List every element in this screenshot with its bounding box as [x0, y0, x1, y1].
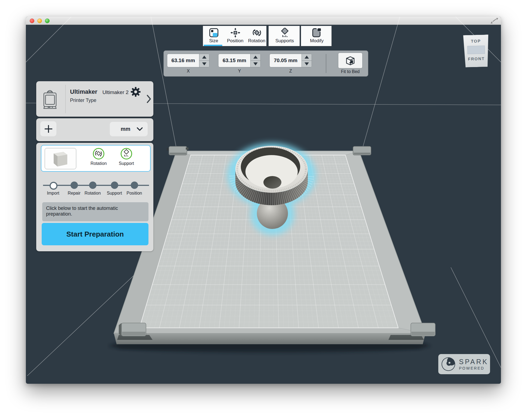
support-tool-icon [120, 148, 132, 160]
preparation-message: Click below to start the automatic prepa… [42, 202, 148, 221]
printer-card[interactable]: Ultimaker Ultimaker 2 Printer Type [36, 81, 153, 117]
step-label-support: Support [107, 191, 122, 196]
add-model-button[interactable] [40, 121, 56, 136]
position-icon [230, 28, 240, 38]
axis-z-label: Z [269, 69, 312, 74]
brand-tagline: POWERED [459, 366, 488, 370]
step-dot-support [111, 182, 118, 189]
fit-to-bed-button[interactable] [338, 53, 363, 68]
divider [65, 85, 66, 113]
size-z-decrement-button[interactable] [302, 61, 312, 67]
view-cube[interactable]: TOP FRONT [463, 35, 489, 67]
size-z-increment-button[interactable] [302, 54, 312, 61]
view-cube-top-face[interactable]: TOP [463, 38, 489, 44]
support-tool-label: Support [114, 161, 139, 166]
size-x-value[interactable]: 63.16 mm [167, 58, 199, 64]
model-selection-panel: Rotation Support [41, 145, 151, 172]
gear-icon[interactable] [130, 86, 141, 97]
size-x-stepper [199, 54, 209, 67]
up-arrow-icon [253, 56, 258, 59]
rotation-tool-icon [93, 148, 105, 160]
transform-tab-group: Size Position [202, 25, 267, 47]
clamp-top-left [167, 146, 188, 155]
printer-type-label: Printer Type [70, 98, 96, 103]
tab-modify[interactable]: Modify [301, 26, 333, 46]
tab-rotation[interactable]: Rotation [246, 26, 267, 46]
size-y-field[interactable]: 63.15 mm [218, 54, 261, 67]
size-z-field[interactable]: 70.05 mm [269, 54, 312, 67]
supports-icon [279, 28, 290, 38]
size-icon [209, 28, 219, 38]
units-selected-value: mm [121, 126, 137, 132]
divider [326, 54, 326, 73]
step-dot-position [131, 182, 138, 189]
axis-y-label: Y [218, 69, 261, 74]
up-arrow-icon [305, 56, 309, 59]
start-preparation-button[interactable]: Start Preparation [42, 223, 148, 245]
printer-brand: Ultimaker [70, 88, 97, 95]
brand-name: SPARK [459, 358, 488, 366]
down-arrow-icon [253, 62, 258, 65]
units-dropdown[interactable]: mm [110, 122, 148, 136]
size-x-field[interactable]: 63.16 mm [167, 54, 209, 67]
tab-size-label: Size [203, 38, 224, 44]
tab-rotation-label: Rotation [246, 38, 267, 44]
step-dot-rotation [89, 182, 96, 189]
tab-position[interactable]: Position [224, 26, 246, 46]
tab-modify-label: Modify [301, 38, 333, 44]
preparation-card: Rotation Support Import Repair Rota [36, 143, 153, 251]
plus-icon [44, 125, 53, 133]
support-tool-button[interactable]: Support [114, 148, 139, 166]
tab-supports-label: Supports [269, 38, 301, 44]
tab-size[interactable]: Size [203, 26, 224, 46]
size-z-value[interactable]: 70.05 mm [270, 58, 302, 64]
cube-thumbnail-icon [50, 150, 71, 168]
tab-position-label: Position [224, 38, 246, 44]
spark-powered-badge: SPARK POWERED [438, 354, 490, 374]
app-window: Size Position [26, 17, 501, 384]
chevron-down-icon [137, 127, 143, 131]
size-y-stepper [250, 54, 260, 67]
size-y-increment-button[interactable] [251, 54, 260, 61]
chevron-right-icon[interactable] [147, 95, 151, 103]
model-thumbnail[interactable] [45, 148, 76, 169]
step-label-rotation: Rotation [84, 191, 101, 196]
view-cube-front-face[interactable]: FRONT [463, 56, 489, 62]
size-y-decrement-button[interactable] [251, 61, 260, 67]
spark-logo-icon [440, 356, 456, 372]
up-arrow-icon [202, 56, 206, 59]
tab-supports[interactable]: Supports [269, 26, 301, 46]
step-dot-import [50, 182, 57, 190]
step-label-position: Position [127, 191, 142, 196]
rotation-tool-label: Rotation [86, 161, 111, 166]
fit-to-bed-label: Fit to Bed [330, 69, 371, 74]
dimension-bar: 63.16 mm X 63.15 mm Y 70.05 mm Z [163, 50, 368, 77]
step-label-import: Import [47, 191, 59, 196]
rotation-icon [252, 28, 262, 38]
step-label-repair: Repair [68, 191, 80, 196]
down-arrow-icon [202, 62, 206, 65]
size-y-value[interactable]: 63.15 mm [218, 58, 250, 64]
size-x-increment-button[interactable] [199, 54, 209, 61]
size-x-decrement-button[interactable] [199, 61, 209, 67]
view-cube-edge-face[interactable] [467, 46, 485, 54]
units-card: mm [36, 118, 153, 141]
clamp-top-right [353, 146, 372, 155]
axis-x-label: X [167, 69, 209, 74]
modify-tab-group: Modify [300, 25, 332, 47]
rotation-tool-button[interactable]: Rotation [86, 148, 111, 166]
active-tab-underline [204, 45, 222, 46]
step-dot-repair [71, 182, 78, 189]
supports-tab-group: Supports [268, 25, 300, 47]
modify-icon [312, 28, 322, 38]
printer-icon [43, 88, 57, 110]
down-arrow-icon [305, 62, 309, 65]
fit-to-bed-icon [345, 55, 356, 66]
size-z-stepper [302, 54, 312, 67]
printer-model: Ultimaker 2 [102, 89, 129, 95]
